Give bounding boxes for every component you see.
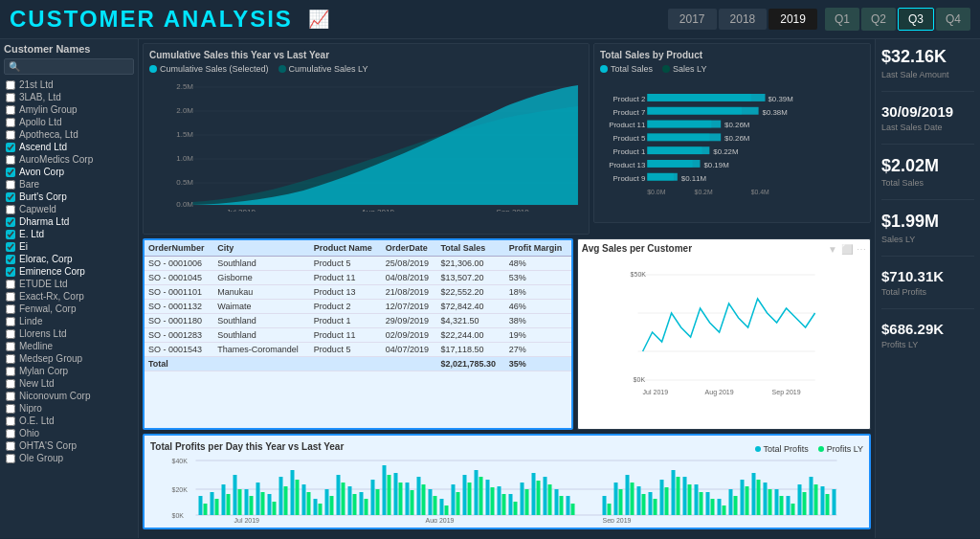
customer-checkbox[interactable] [6, 118, 15, 127]
col-product: Product Name [310, 240, 382, 257]
customer-item[interactable]: Burt's Corp [4, 191, 134, 203]
filter-icon[interactable]: ▼ [828, 244, 837, 255]
customer-checkbox[interactable] [6, 392, 15, 401]
customer-item[interactable]: Ole Group [4, 452, 134, 464]
customer-checkbox[interactable] [6, 329, 15, 339]
customer-checkbox[interactable] [6, 130, 15, 140]
search-input[interactable] [4, 58, 134, 75]
table-row[interactable]: SO - 0001283SouthlandProduct 1102/09/201… [145, 328, 571, 343]
quarter-tab-q3[interactable]: Q3 [898, 8, 934, 31]
customer-item[interactable]: OHTA'S Corp [4, 439, 134, 452]
customer-item[interactable]: Medsep Group [4, 352, 134, 365]
customer-checkbox[interactable] [6, 180, 15, 190]
customer-checkbox[interactable] [6, 416, 15, 426]
svg-rect-156 [752, 473, 756, 515]
customer-item[interactable]: Medline [4, 340, 134, 352]
customer-item[interactable]: Fenwal, Corp [4, 303, 134, 315]
table-row[interactable]: SO - 0001132WaimateProduct 212/07/2019$7… [145, 300, 571, 314]
customer-item[interactable]: Eminence Corp [4, 265, 134, 278]
svg-rect-29 [647, 133, 721, 141]
svg-text:Aug 2019: Aug 2019 [426, 517, 455, 523]
table-cell: Product 1 [310, 314, 382, 328]
customer-checkbox[interactable] [6, 93, 15, 102]
table-row[interactable]: SO - 0001101ManukauProduct 1321/08/2019$… [145, 285, 571, 300]
customer-item[interactable]: Capweld [4, 203, 134, 215]
year-tab-2018[interactable]: 2018 [719, 9, 768, 30]
customer-checkbox[interactable] [6, 354, 15, 364]
expand-icon[interactable]: ⬜ [841, 244, 853, 255]
customer-item[interactable]: Elorac, Corp [4, 253, 134, 265]
table-row[interactable]: SO - 0001045GisborneProduct 1104/08/2019… [145, 271, 571, 285]
customer-checkbox[interactable] [6, 267, 15, 277]
year-tab-2019[interactable]: 2019 [768, 9, 817, 30]
quarter-tab-q2[interactable]: Q2 [861, 8, 896, 31]
customer-checkbox[interactable] [6, 429, 15, 438]
customer-checkbox[interactable] [6, 304, 15, 314]
customer-checkbox[interactable] [6, 367, 15, 376]
customer-checkbox[interactable] [6, 230, 15, 239]
customer-item[interactable]: Apollo Ltd [4, 116, 134, 128]
customer-item[interactable]: Ascend Ltd [4, 141, 134, 153]
table-row[interactable]: SO - 0001543Thames-CoromandelProduct 504… [145, 343, 571, 357]
customer-checkbox[interactable] [6, 105, 15, 115]
customer-checkbox[interactable] [6, 280, 15, 289]
customer-item[interactable]: Llorens Ltd [4, 327, 134, 340]
customer-item[interactable]: Linde [4, 315, 134, 327]
customer-checkbox[interactable] [6, 143, 15, 152]
customer-checkbox[interactable] [6, 192, 15, 202]
customer-item[interactable]: Nipro [4, 402, 134, 415]
customer-checkbox[interactable] [6, 155, 15, 165]
customer-item[interactable]: Bare [4, 178, 134, 191]
profits-title: Total Profits per Day this Year vs Last … [150, 441, 344, 452]
customer-item[interactable]: Ei [4, 240, 134, 253]
customer-item[interactable]: New Ltd [4, 377, 134, 390]
customer-checkbox[interactable] [6, 168, 15, 177]
customer-checkbox[interactable] [6, 454, 15, 463]
customer-checkbox[interactable] [6, 205, 15, 214]
table-cell: Product 5 [310, 257, 382, 271]
stat-last-sale-value: $32.16K [881, 47, 974, 68]
customer-item[interactable]: ETUDE Ltd [4, 278, 134, 290]
customer-item[interactable]: Amylin Group [4, 103, 134, 116]
customer-checkbox[interactable] [6, 292, 15, 302]
customer-name: Exact-Rx, Corp [19, 291, 84, 302]
customer-checkbox[interactable] [6, 379, 15, 389]
svg-rect-99 [417, 477, 421, 515]
customer-item[interactable]: Apotheca, Ltd [4, 128, 134, 141]
table-row[interactable]: SO - 0001006SouthlandProduct 525/08/2019… [145, 257, 571, 271]
customer-item[interactable]: E. Ltd [4, 228, 134, 240]
more-icon[interactable]: ⋯ [857, 244, 866, 255]
customer-checkbox[interactable] [6, 441, 15, 451]
customer-item[interactable]: Exact-Rx, Corp [4, 290, 134, 303]
table-row[interactable]: SO - 0001180SouthlandProduct 129/09/2019… [145, 314, 571, 328]
table-cell: 12/07/2019 [382, 300, 437, 314]
customer-item[interactable]: AuroMedics Corp [4, 153, 134, 166]
customer-item[interactable]: Dharma Ltd [4, 215, 134, 228]
customer-item[interactable]: 21st Ltd [4, 79, 134, 91]
quarter-tab-q1[interactable]: Q1 [825, 8, 859, 31]
customer-checkbox[interactable] [6, 317, 15, 326]
customer-name: Amylin Group [19, 104, 78, 115]
svg-rect-64 [215, 499, 219, 515]
customer-item[interactable]: Mylan Corp [4, 365, 134, 377]
quarter-tab-q4[interactable]: Q4 [936, 8, 970, 31]
customer-item[interactable]: Ohio [4, 427, 134, 439]
customer-checkbox[interactable] [6, 242, 15, 252]
customer-item[interactable]: 3LAB, Ltd [4, 91, 134, 103]
customer-checkbox[interactable] [6, 342, 15, 351]
svg-text:$0.38M: $0.38M [763, 108, 788, 117]
customer-checkbox[interactable] [6, 80, 15, 90]
customer-item[interactable]: O.E. Ltd [4, 415, 134, 427]
customer-item[interactable]: Niconovum Corp [4, 390, 134, 402]
customer-checkbox[interactable] [6, 255, 15, 264]
svg-rect-164 [798, 484, 802, 515]
svg-text:Product 11: Product 11 [609, 122, 645, 130]
svg-rect-157 [757, 480, 761, 515]
year-tab-2017[interactable]: 2017 [668, 9, 717, 30]
customer-checkbox[interactable] [6, 404, 15, 414]
page-title: CUSTOMER ANALYSIS [10, 6, 293, 33]
customer-checkbox[interactable] [6, 217, 15, 227]
customer-item[interactable]: Avon Corp [4, 166, 134, 178]
svg-rect-142 [672, 470, 676, 515]
svg-rect-121 [544, 477, 547, 515]
